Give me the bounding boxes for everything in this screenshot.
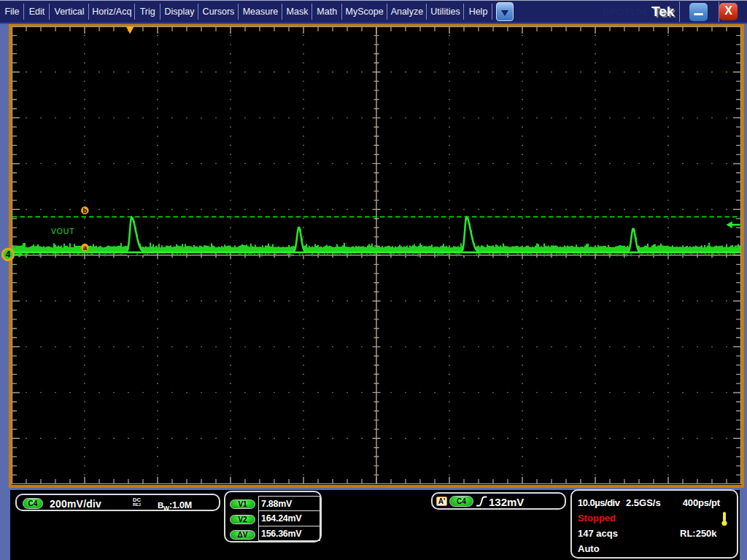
svg-text:4: 4 <box>6 249 11 260</box>
svg-text:a: a <box>83 244 88 252</box>
svg-text:VOUT: VOUT <box>51 227 74 236</box>
svg-text:b: b <box>82 206 87 214</box>
